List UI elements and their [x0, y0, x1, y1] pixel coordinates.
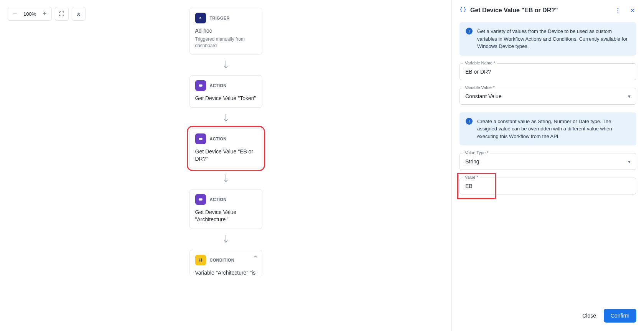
action-icon — [195, 133, 206, 144]
svg-point-10 — [618, 12, 618, 12]
close-icon — [629, 7, 636, 13]
panel-header: Get Device Value "EB or DR?" — [452, 0, 644, 20]
expand-icon — [59, 11, 65, 17]
svg-rect-2 — [199, 85, 202, 87]
info-icon: i — [466, 28, 473, 35]
node-type-label: ACTION — [210, 83, 227, 88]
zoom-in-button[interactable]: + — [39, 8, 50, 19]
panel-footer: Close Confirm — [452, 302, 644, 331]
node-title: Get Device Value "Architecture" — [195, 209, 257, 223]
flow-arrow — [223, 54, 229, 75]
field-label: Variable Name * — [463, 61, 497, 65]
close-button[interactable]: Close — [581, 310, 598, 322]
workflow-flow: TRIGGER Ad-hoc Triggered manually from d… — [189, 8, 262, 277]
info-box: i Get a variety of values from the Devic… — [460, 22, 636, 56]
flow-arrow — [223, 229, 229, 250]
flow-node-action-selected[interactable]: ACTION Get Device Value "EB or DR?" — [189, 128, 262, 168]
value-field: Value * — [460, 178, 636, 194]
variable-value-field: Variable Value * Constant Value ▾ — [460, 88, 636, 105]
field-label: Value Type * — [463, 150, 490, 155]
info-text: Get a variety of values from the Device … — [477, 28, 630, 50]
node-type-label: TRIGGER — [210, 16, 230, 20]
node-type-label: ACTION — [210, 197, 227, 202]
action-icon — [195, 194, 206, 205]
node-desc: Triggered manually from dashboard — [195, 36, 257, 49]
svg-point-9 — [618, 10, 618, 11]
more-options-button[interactable] — [614, 7, 622, 14]
flow-node-action[interactable]: ACTION Get Device Value "Architecture" — [189, 189, 262, 229]
node-title: Get Device Value "Token" — [195, 95, 257, 102]
action-icon — [195, 80, 206, 91]
chevron-up-icon — [253, 254, 258, 259]
caret-down-icon: ▾ — [628, 158, 631, 165]
kebab-icon — [615, 7, 621, 13]
svg-rect-6 — [199, 198, 202, 200]
svg-rect-4 — [199, 138, 202, 140]
flow-arrow — [223, 108, 229, 128]
select-value: String — [465, 158, 479, 165]
info-icon: i — [466, 118, 473, 125]
flow-node-trigger[interactable]: TRIGGER Ad-hoc Triggered manually from d… — [189, 8, 262, 54]
chevrons-up-icon — [76, 11, 82, 17]
svg-point-8 — [618, 8, 618, 9]
flow-node-action[interactable]: ACTION Get Device Value "Token" — [189, 75, 262, 108]
confirm-button[interactable]: Confirm — [604, 309, 636, 323]
caret-down-icon: ▾ — [628, 93, 631, 99]
field-label: Variable Value * — [463, 85, 496, 90]
trigger-icon — [195, 13, 206, 23]
node-type-label: ACTION — [210, 137, 227, 141]
braces-icon — [460, 6, 466, 15]
node-title: Get Device Value "EB or DR?" — [195, 148, 257, 163]
fullscreen-button[interactable] — [55, 7, 69, 21]
workflow-canvas[interactable]: − 100% + TRIGGER Ad-hoc Tri — [0, 0, 451, 331]
zoom-level: 100% — [20, 11, 39, 17]
variable-name-field: Variable Name * — [460, 63, 636, 80]
value-type-field: Value Type * String ▾ — [460, 153, 636, 170]
node-title: Variable "Architecture" "is — [195, 269, 257, 277]
select-value: Constant Value — [465, 93, 502, 99]
variable-name-input[interactable] — [460, 63, 636, 80]
collapse-toggle[interactable] — [253, 254, 258, 261]
info-text: Create a constant value as String, Numbe… — [477, 118, 630, 140]
variable-value-select[interactable]: Constant Value ▾ — [460, 88, 636, 105]
node-title: Ad-hoc — [195, 27, 257, 35]
panel-body: i Get a variety of values from the Devic… — [452, 20, 644, 302]
condition-icon — [195, 255, 206, 265]
value-input[interactable] — [460, 178, 636, 194]
details-panel: Get Device Value "EB or DR?" i Get a var… — [451, 0, 644, 331]
zoom-group: − 100% + — [8, 7, 52, 21]
node-type-label: CONDITION — [210, 258, 234, 262]
info-box: i Create a constant value as String, Num… — [460, 112, 636, 146]
collapse-all-button[interactable] — [72, 7, 86, 21]
flow-node-condition[interactable]: CONDITION Variable "Architecture" "is — [189, 250, 262, 277]
canvas-toolbar: − 100% + — [8, 7, 86, 21]
field-label: Value * — [463, 175, 480, 179]
flow-arrow — [223, 168, 229, 189]
panel-title: Get Device Value "EB or DR?" — [470, 7, 610, 14]
zoom-out-button[interactable]: − — [10, 8, 20, 19]
value-type-select[interactable]: String ▾ — [460, 153, 636, 170]
close-panel-button[interactable] — [629, 7, 636, 14]
